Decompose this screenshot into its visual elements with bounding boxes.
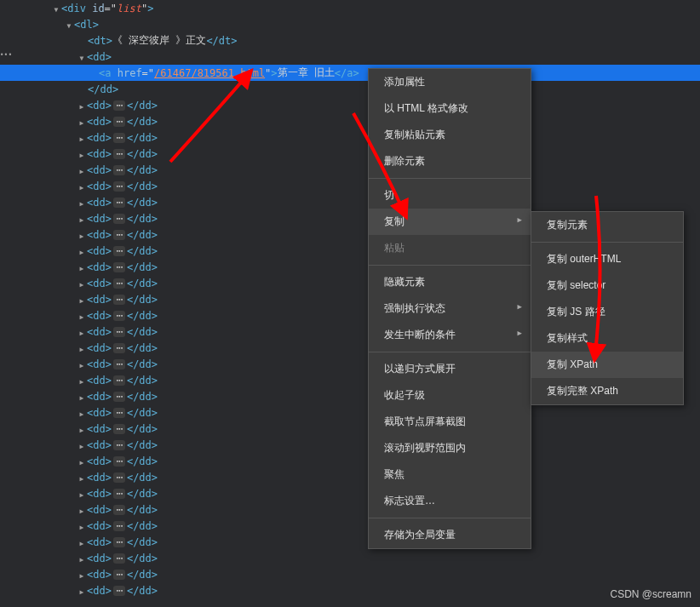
- chevron-right-icon[interactable]: [77, 132, 87, 144]
- chevron-down-icon[interactable]: [64, 19, 74, 31]
- menu-item[interactable]: 以递归方式展开: [369, 356, 531, 382]
- chevron-right-icon[interactable]: [77, 488, 87, 500]
- menu-item[interactable]: 复制样式: [531, 325, 683, 352]
- ellipsis-icon[interactable]: [113, 165, 125, 175]
- menu-item[interactable]: 复制 selector: [531, 272, 683, 299]
- chevron-right-icon[interactable]: [77, 164, 87, 176]
- menu-item[interactable]: 复制 outerHTML: [531, 246, 683, 272]
- chevron-right-icon[interactable]: [77, 261, 87, 273]
- menu-item[interactable]: 添加属性: [369, 69, 531, 95]
- tree-node[interactable]: <dd> </dd>: [0, 501, 700, 518]
- chevron-right-icon[interactable]: [77, 439, 87, 451]
- ellipsis-icon[interactable]: [113, 521, 125, 531]
- tree-node[interactable]: <dd> </dd>: [0, 113, 700, 129]
- chevron-down-icon[interactable]: [51, 3, 61, 14]
- tree-node[interactable]: </dd>: [0, 81, 700, 97]
- ellipsis-icon[interactable]: [113, 586, 125, 596]
- menu-item[interactable]: 复制完整 XPath: [531, 378, 683, 404]
- chevron-right-icon[interactable]: [77, 197, 87, 209]
- ellipsis-icon[interactable]: [113, 198, 125, 208]
- chevron-right-icon[interactable]: [77, 455, 87, 467]
- tree-node[interactable]: <dd> </dd>: [0, 469, 700, 485]
- menu-item[interactable]: 标志设置…: [369, 488, 531, 514]
- ellipsis-icon[interactable]: [113, 375, 125, 386]
- tree-node[interactable]: <dd> </dd>: [0, 582, 700, 598]
- chevron-right-icon[interactable]: [77, 407, 87, 419]
- tree-node-selected[interactable]: <a href =" /61467/819561.html " > 第一章 旧土…: [0, 65, 700, 81]
- ellipsis-icon[interactable]: [113, 246, 125, 256]
- chevron-right-icon[interactable]: [77, 504, 87, 516]
- menu-item[interactable]: 以 HTML 格式修改: [369, 95, 531, 122]
- tree-node[interactable]: <dd> </dd>: [0, 518, 700, 534]
- chevron-down-icon[interactable]: [77, 51, 87, 63]
- ellipsis-icon[interactable]: [113, 424, 125, 434]
- chevron-right-icon[interactable]: [77, 326, 87, 338]
- chevron-right-icon[interactable]: [77, 391, 87, 403]
- ellipsis-icon[interactable]: [113, 262, 125, 272]
- chevron-right-icon[interactable]: [77, 585, 87, 597]
- chevron-right-icon[interactable]: [77, 229, 87, 241]
- ellipsis-icon[interactable]: [113, 489, 125, 499]
- chevron-right-icon[interactable]: [77, 245, 87, 257]
- menu-item[interactable]: 聚焦: [369, 461, 531, 488]
- chevron-right-icon[interactable]: [77, 278, 87, 289]
- ellipsis-icon[interactable]: [113, 149, 125, 159]
- chevron-right-icon[interactable]: [77, 375, 87, 387]
- tree-node[interactable]: <dd> </dd>: [0, 485, 700, 501]
- ellipsis-icon[interactable]: [113, 100, 125, 111]
- chevron-right-icon[interactable]: [77, 213, 87, 225]
- tree-node[interactable]: <dd> </dd>: [0, 437, 700, 453]
- chevron-right-icon[interactable]: [77, 148, 87, 160]
- chevron-right-icon[interactable]: [77, 520, 87, 532]
- tree-node[interactable]: <dd> </dd>: [0, 534, 700, 550]
- ellipsis-icon[interactable]: [113, 440, 125, 450]
- tree-node[interactable]: <dd>: [0, 49, 700, 65]
- tree-node[interactable]: <dd> </dd>: [0, 129, 700, 146]
- tree-node[interactable]: <div id =" list " >: [0, 0, 700, 16]
- tree-node[interactable]: <dd> </dd>: [0, 194, 700, 210]
- menu-item[interactable]: 截取节点屏幕截图: [369, 409, 531, 435]
- ellipsis-icon[interactable]: [113, 133, 125, 143]
- tree-node[interactable]: <dd> </dd>: [0, 453, 700, 469]
- chevron-right-icon[interactable]: [77, 342, 87, 354]
- tree-node[interactable]: <dt> 《 深空彼岸 》正文 </dt>: [0, 32, 700, 49]
- ellipsis-icon[interactable]: [113, 505, 125, 515]
- tree-node[interactable]: <dl>: [0, 16, 700, 32]
- menu-item[interactable]: 复制 XPath: [531, 352, 683, 378]
- menu-item[interactable]: 强制执行状态▶: [369, 295, 531, 322]
- chevron-right-icon[interactable]: [77, 310, 87, 322]
- tree-node[interactable]: <dd> </dd>: [0, 404, 700, 421]
- ellipsis-icon[interactable]: [113, 295, 125, 305]
- menu-item[interactable]: 复制 JS 路径: [531, 299, 683, 325]
- ellipsis-icon[interactable]: [113, 327, 125, 337]
- chevron-right-icon[interactable]: [77, 116, 87, 128]
- tree-node[interactable]: <dd> </dd>: [0, 162, 700, 178]
- chevron-right-icon[interactable]: [77, 536, 87, 548]
- menu-item[interactable]: 切: [369, 182, 531, 209]
- ellipsis-icon[interactable]: [113, 311, 125, 321]
- ellipsis-icon[interactable]: [113, 537, 125, 547]
- menu-item[interactable]: 发生中断的条件▶: [369, 322, 531, 348]
- menu-item[interactable]: 删除元素: [369, 148, 531, 175]
- tree-node[interactable]: <dd> </dd>: [0, 550, 700, 566]
- ellipsis-icon[interactable]: [113, 408, 125, 418]
- ellipsis-icon[interactable]: [113, 230, 125, 240]
- chevron-right-icon[interactable]: [77, 472, 87, 484]
- menu-item[interactable]: 复制粘贴元素: [369, 122, 531, 148]
- menu-item[interactable]: 滚动到视野范围内: [369, 435, 531, 461]
- chevron-right-icon[interactable]: [77, 569, 87, 581]
- menu-item[interactable]: 隐藏元素: [369, 269, 531, 295]
- tree-node[interactable]: <dd> </dd>: [0, 146, 700, 162]
- ellipsis-icon[interactable]: [113, 117, 125, 127]
- chevron-right-icon[interactable]: [77, 100, 87, 112]
- menu-item[interactable]: 复制▶: [369, 209, 531, 235]
- ellipsis-icon[interactable]: [113, 392, 125, 402]
- chevron-right-icon[interactable]: [77, 358, 87, 370]
- tree-node[interactable]: <dd> </dd>: [0, 178, 700, 194]
- chevron-right-icon[interactable]: [77, 294, 87, 306]
- ellipsis-icon[interactable]: [113, 343, 125, 353]
- ellipsis-icon[interactable]: [113, 570, 125, 580]
- tree-node[interactable]: <dd> </dd>: [0, 97, 700, 113]
- chevron-right-icon[interactable]: [77, 180, 87, 192]
- tree-node[interactable]: <dd> </dd>: [0, 566, 700, 582]
